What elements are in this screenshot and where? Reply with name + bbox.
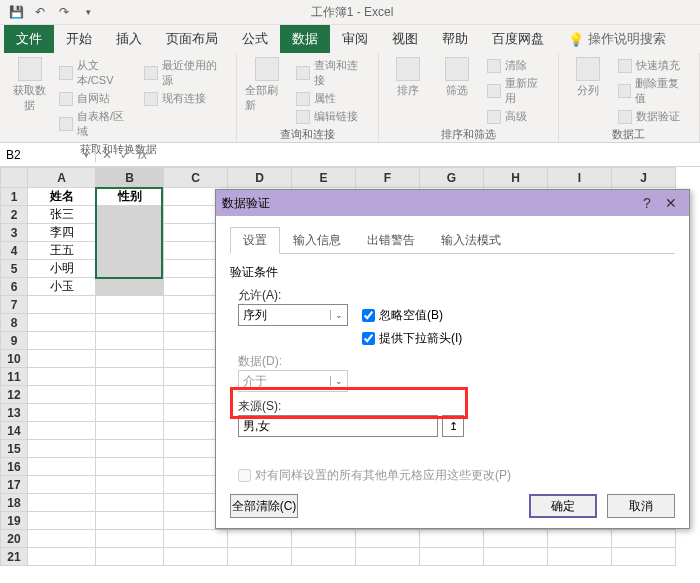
col-header-G[interactable]: G [420,168,484,188]
properties-button[interactable]: 属性 [294,90,369,107]
cell-G21[interactable] [420,548,484,566]
save-icon[interactable]: 💾 [8,4,24,20]
row-header-21[interactable]: 21 [1,548,28,566]
select-all-corner[interactable] [1,168,28,188]
col-header-J[interactable]: J [612,168,676,188]
from-csv-button[interactable]: 从文本/CSV [57,57,136,89]
fx-icon[interactable]: fx [138,148,147,162]
source-input[interactable] [238,415,438,437]
remove-dup-button[interactable]: 删除重复值 [616,75,691,107]
cell-B20[interactable] [96,530,164,548]
recent-sources-button[interactable]: 最近使用的源 [142,57,228,89]
row-header-2[interactable]: 2 [1,206,28,224]
col-header-H[interactable]: H [484,168,548,188]
redo-icon[interactable]: ↷ [56,4,72,20]
from-web-button[interactable]: 自网站 [57,90,136,107]
dropdown-arrow-checkbox[interactable]: 提供下拉箭头(I) [362,330,462,347]
cell-B5[interactable] [96,260,164,278]
data-validation-button[interactable]: 数据验证 [616,108,691,125]
tab-baidu[interactable]: 百度网盘 [480,25,556,53]
cell-D20[interactable] [228,530,292,548]
cell-J21[interactable] [612,548,676,566]
apply-all-checkbox[interactable]: 对有同样设置的所有其他单元格应用这些更改(P) [238,467,675,484]
tab-help[interactable]: 帮助 [430,25,480,53]
cell-A21[interactable] [28,548,96,566]
col-header-D[interactable]: D [228,168,292,188]
cell-B3[interactable] [96,224,164,242]
row-header-10[interactable]: 10 [1,350,28,368]
row-header-16[interactable]: 16 [1,458,28,476]
cell-J20[interactable] [612,530,676,548]
tab-tell-me[interactable]: 💡操作说明搜索 [556,25,678,53]
cell-H21[interactable] [484,548,548,566]
cancel-button[interactable]: 取消 [607,494,675,518]
cell-D21[interactable] [228,548,292,566]
cell-B7[interactable] [96,296,164,314]
cell-B10[interactable] [96,350,164,368]
text-to-columns-button[interactable]: 分列 [567,57,610,98]
cell-E21[interactable] [292,548,356,566]
allow-select[interactable]: 序列⌄ [238,304,348,326]
filter-button[interactable]: 筛选 [436,57,479,98]
col-header-I[interactable]: I [548,168,612,188]
cell-A12[interactable] [28,386,96,404]
tab-review[interactable]: 审阅 [330,25,380,53]
row-header-20[interactable]: 20 [1,530,28,548]
cell-B21[interactable] [96,548,164,566]
cell-B1[interactable]: 性别 [96,188,164,206]
tab-file[interactable]: 文件 [4,25,54,53]
cell-B19[interactable] [96,512,164,530]
get-data-button[interactable]: 获取数 据 [8,57,51,113]
row-header-15[interactable]: 15 [1,440,28,458]
cell-B4[interactable] [96,242,164,260]
col-header-A[interactable]: A [28,168,96,188]
cell-B9[interactable] [96,332,164,350]
cell-A17[interactable] [28,476,96,494]
edit-links-button[interactable]: 编辑链接 [294,108,369,125]
cell-B18[interactable] [96,494,164,512]
cell-I20[interactable] [548,530,612,548]
row-header-18[interactable]: 18 [1,494,28,512]
row-header-19[interactable]: 19 [1,512,28,530]
cell-B8[interactable] [96,314,164,332]
sort-button[interactable]: 排序 [387,57,430,98]
cell-B16[interactable] [96,458,164,476]
col-header-F[interactable]: F [356,168,420,188]
tab-view[interactable]: 视图 [380,25,430,53]
row-header-17[interactable]: 17 [1,476,28,494]
cell-A19[interactable] [28,512,96,530]
cell-A10[interactable] [28,350,96,368]
range-picker-button[interactable]: ↥ [442,415,464,437]
cell-B6[interactable] [96,278,164,296]
cell-I21[interactable] [548,548,612,566]
cell-F21[interactable] [356,548,420,566]
row-header-9[interactable]: 9 [1,332,28,350]
refresh-all-button[interactable]: 全部刷新 [245,57,288,113]
name-box[interactable]: B2▾ [0,148,96,162]
cell-A6[interactable]: 小玉 [28,278,96,296]
tab-formula[interactable]: 公式 [230,25,280,53]
query-conn-button[interactable]: 查询和连接 [294,57,369,89]
advanced-filter-button[interactable]: 高级 [485,108,550,125]
undo-icon[interactable]: ↶ [32,4,48,20]
from-table-button[interactable]: 自表格/区域 [57,108,136,140]
tab-layout[interactable]: 页面布局 [154,25,230,53]
cell-B2[interactable] [96,206,164,224]
cell-B12[interactable] [96,386,164,404]
cell-A13[interactable] [28,404,96,422]
row-header-8[interactable]: 8 [1,314,28,332]
cell-B11[interactable] [96,368,164,386]
cell-A18[interactable] [28,494,96,512]
cell-A15[interactable] [28,440,96,458]
row-header-11[interactable]: 11 [1,368,28,386]
cell-A1[interactable]: 姓名 [28,188,96,206]
row-header-4[interactable]: 4 [1,242,28,260]
qat-dropdown-icon[interactable]: ▾ [80,4,96,20]
cell-F20[interactable] [356,530,420,548]
dialog-tab-ime[interactable]: 输入法模式 [428,227,514,254]
ok-button[interactable]: 确定 [529,494,597,518]
cell-A14[interactable] [28,422,96,440]
reapply-button[interactable]: 重新应用 [485,75,550,107]
col-header-E[interactable]: E [292,168,356,188]
cell-G20[interactable] [420,530,484,548]
